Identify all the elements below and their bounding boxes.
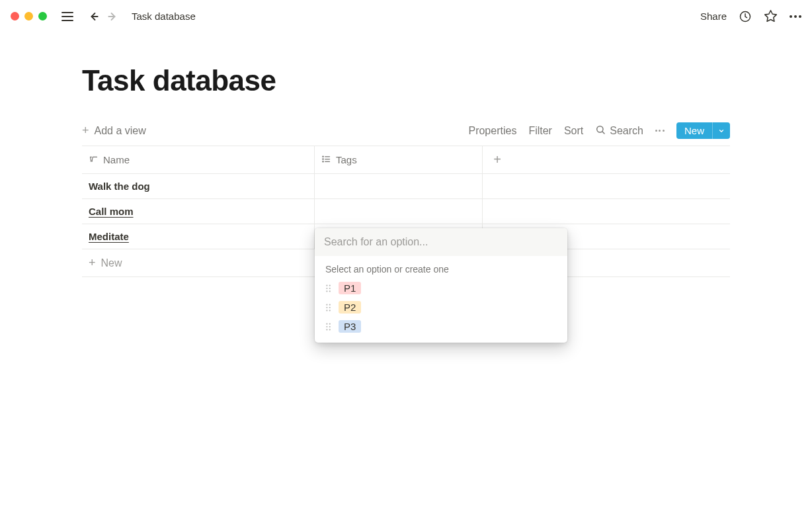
- row-title[interactable]: Call mom: [89, 206, 134, 217]
- sort-button[interactable]: Sort: [564, 125, 583, 137]
- updates-icon[interactable]: [739, 10, 752, 23]
- svg-point-12: [323, 161, 323, 161]
- svg-point-16: [329, 287, 331, 288]
- add-view-button[interactable]: + Add a view: [82, 124, 146, 138]
- svg-point-15: [326, 287, 327, 288]
- tag-pill: P2: [339, 301, 361, 314]
- svg-point-26: [329, 323, 331, 324]
- minimize-window-button[interactable]: [24, 12, 33, 21]
- toolbar-more-icon[interactable]: [655, 130, 665, 132]
- svg-point-11: [323, 158, 323, 159]
- svg-point-22: [329, 306, 331, 308]
- row-tags-cell[interactable]: [315, 199, 483, 224]
- svg-point-13: [326, 284, 327, 286]
- svg-point-17: [326, 290, 327, 292]
- new-dropdown-button[interactable]: [712, 122, 730, 139]
- svg-point-27: [326, 325, 327, 327]
- column-header-name[interactable]: Name: [82, 146, 315, 173]
- row-title[interactable]: Walk the dog: [89, 181, 150, 192]
- row-title[interactable]: Meditate: [89, 231, 129, 242]
- svg-point-19: [326, 304, 327, 305]
- svg-point-18: [329, 290, 331, 292]
- nav-forward-button[interactable]: [106, 10, 120, 23]
- add-column-button[interactable]: +: [483, 146, 512, 173]
- column-header-tags[interactable]: Tags: [315, 146, 483, 173]
- svg-point-20: [329, 304, 331, 305]
- new-row-label: New: [101, 257, 122, 269]
- svg-point-29: [326, 329, 327, 330]
- plus-icon: +: [89, 256, 96, 270]
- breadcrumb[interactable]: Task database: [132, 11, 196, 22]
- column-tags-label: Tags: [336, 154, 357, 165]
- svg-point-28: [329, 325, 331, 327]
- search-button[interactable]: Search: [610, 125, 643, 137]
- drag-handle-icon[interactable]: [325, 322, 332, 331]
- new-button[interactable]: New: [676, 122, 712, 139]
- filter-button[interactable]: Filter: [528, 125, 552, 137]
- more-icon[interactable]: [790, 15, 801, 18]
- svg-line-5: [602, 132, 604, 134]
- svg-point-30: [329, 329, 331, 330]
- select-option-p3[interactable]: P3: [320, 317, 562, 336]
- svg-marker-3: [765, 11, 777, 22]
- nav-back-button[interactable]: [87, 10, 100, 23]
- search-icon[interactable]: [595, 124, 606, 138]
- plus-icon: +: [82, 124, 89, 138]
- properties-button[interactable]: Properties: [468, 125, 516, 137]
- table-row[interactable]: Walk the dog: [82, 174, 730, 199]
- select-option-p2[interactable]: P2: [320, 298, 562, 317]
- svg-point-21: [326, 306, 327, 308]
- window-controls: [11, 12, 47, 21]
- share-button[interactable]: Share: [700, 11, 727, 22]
- svg-point-24: [329, 310, 331, 311]
- select-hint: Select an option or create one: [315, 256, 567, 277]
- drag-handle-icon[interactable]: [325, 284, 332, 293]
- svg-point-14: [329, 284, 331, 286]
- tag-pill: P1: [339, 282, 361, 294]
- drag-handle-icon[interactable]: [325, 303, 332, 312]
- svg-point-10: [323, 156, 323, 157]
- title-property-icon: [89, 154, 99, 166]
- tag-select-popup: Select an option or create one P1 P2 P3: [315, 228, 567, 343]
- multiselect-property-icon: [321, 154, 331, 166]
- select-search-wrapper: [315, 228, 567, 256]
- svg-point-25: [326, 323, 327, 324]
- select-search-input[interactable]: [324, 236, 558, 248]
- tag-pill: P3: [339, 320, 361, 333]
- svg-point-23: [326, 310, 327, 311]
- maximize-window-button[interactable]: [38, 12, 47, 21]
- table-header-row: Name Tags +: [82, 146, 730, 174]
- close-window-button[interactable]: [11, 12, 19, 21]
- database-toolbar: + Add a view Properties Filter Sort Sear…: [82, 122, 730, 139]
- row-tags-cell[interactable]: [315, 174, 483, 198]
- add-view-label: Add a view: [95, 125, 146, 137]
- titlebar: Task database Share: [0, 0, 812, 32]
- favorite-icon[interactable]: [764, 9, 778, 23]
- select-option-p1[interactable]: P1: [320, 278, 562, 298]
- page-title[interactable]: Task database: [82, 64, 730, 97]
- table-row[interactable]: Call mom: [82, 199, 730, 224]
- column-name-label: Name: [103, 154, 130, 165]
- sidebar-toggle-button[interactable]: [61, 12, 73, 21]
